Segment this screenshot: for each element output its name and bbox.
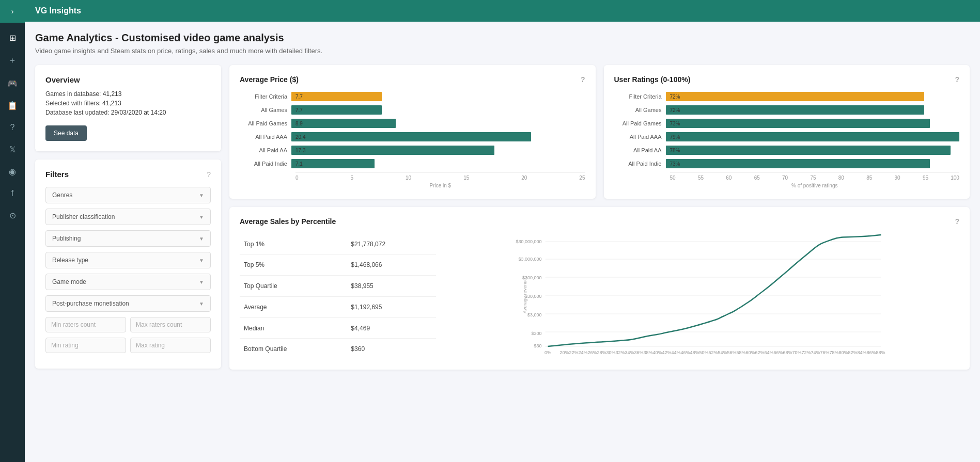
x-label-88: 88% bbox=[876, 350, 885, 355]
y-label-30m: $30,000,000 bbox=[516, 239, 541, 244]
rating-label-filter-criteria: Filter Criteria bbox=[614, 93, 666, 100]
filter-publishing[interactable]: Publishing ▼ bbox=[45, 230, 211, 247]
bar-row-all-paid-aa: All Paid AA 17.3 bbox=[240, 146, 585, 155]
bar-label-all-paid-aa: All Paid AA bbox=[240, 147, 291, 153]
sales-label-top1: Top 1% bbox=[240, 234, 347, 254]
rating-row-all-paid-games: All Paid Games 73% bbox=[614, 119, 960, 128]
sidebar-item-facebook[interactable]: f bbox=[0, 183, 25, 204]
bar-filter-criteria: 7.7 bbox=[291, 92, 382, 101]
sales-value-top5: $1,468,066 bbox=[347, 254, 436, 276]
overview-title: Overview bbox=[45, 75, 211, 84]
rating-row-all-paid-aaa: All Paid AAA 79% bbox=[614, 132, 960, 141]
top-charts-row: Average Price ($) ? Filter Criteria 7.7 bbox=[229, 65, 970, 199]
bar-label-filter-criteria: Filter Criteria bbox=[240, 93, 291, 100]
sidebar-item-add[interactable]: ＋ bbox=[0, 49, 25, 72]
sidebar-item-question[interactable]: ? bbox=[0, 117, 25, 138]
max-rating-input[interactable] bbox=[130, 338, 211, 353]
sales-value-top-quartile: $38,955 bbox=[347, 276, 436, 297]
sidebar-item-document[interactable]: 📋 bbox=[0, 94, 25, 117]
x-label-56: 56% bbox=[727, 350, 736, 355]
rating-container-all-games: 72% bbox=[666, 105, 960, 115]
sales-table: Top 1% $21,778,072 Top 5% $1,468,066 Top… bbox=[240, 234, 436, 359]
x-label-46: 46% bbox=[680, 350, 690, 355]
price-axis-title: Price in $ bbox=[295, 183, 585, 188]
rating-value-all-paid-games: 73% bbox=[670, 121, 680, 126]
rating-row bbox=[45, 338, 211, 353]
x-label-40: 40% bbox=[652, 350, 662, 355]
filter-post-purchase-label: Post-purchase monetisation bbox=[52, 300, 129, 307]
bar-value-all-paid-games: 8.9 bbox=[295, 121, 303, 126]
sidebar-item-discord[interactable]: ◉ bbox=[0, 161, 25, 183]
x-label-72: 72% bbox=[801, 350, 811, 355]
filter-game-mode-label: Game mode bbox=[52, 278, 86, 285]
bar-row-all-games: All Games 7.7 bbox=[240, 105, 585, 115]
sidebar-item-rss[interactable]: ⊙ bbox=[0, 204, 25, 227]
bar-label-all-paid-aaa: All Paid AAA bbox=[240, 134, 291, 140]
x-label-60: 60% bbox=[745, 350, 755, 355]
sidebar-item-briefcase[interactable]: 🎮 bbox=[0, 72, 25, 94]
min-raters-input[interactable] bbox=[45, 317, 126, 332]
left-panel: Overview Games in database: 41,213 Selec… bbox=[35, 65, 221, 370]
filter-post-purchase-arrow: ▼ bbox=[199, 301, 204, 307]
overview-card: Overview Games in database: 41,213 Selec… bbox=[35, 65, 221, 151]
avg-price-bar-chart: Filter Criteria 7.7 All Games bbox=[240, 92, 585, 188]
sales-row-top1: Top 1% $21,778,072 bbox=[240, 234, 436, 254]
rating-bar-all-games: 72% bbox=[666, 105, 924, 115]
x-label-22: 22% bbox=[569, 350, 578, 355]
x-label-58: 58% bbox=[736, 350, 745, 355]
x-label-70: 70% bbox=[792, 350, 801, 355]
filters-help-icon[interactable]: ? bbox=[207, 170, 211, 179]
user-ratings-help-icon[interactable]: ? bbox=[955, 75, 959, 84]
user-ratings-title: User Ratings (0-100%) ? bbox=[614, 75, 960, 84]
rating-container-all-paid-indie: 73% bbox=[666, 159, 960, 168]
x-label-66: 66% bbox=[773, 350, 783, 355]
sidebar-item-twitter[interactable]: 𝕏 bbox=[0, 138, 25, 161]
rating-value-all-paid-indie: 73% bbox=[670, 161, 680, 167]
x-label-44: 44% bbox=[671, 350, 680, 355]
filter-publisher-classification[interactable]: Publisher classification ▼ bbox=[45, 209, 211, 225]
sales-value-average: $1,192,695 bbox=[347, 296, 436, 317]
filter-genres[interactable]: Genres ▼ bbox=[45, 187, 211, 203]
sidebar-expand[interactable]: › bbox=[0, 0, 25, 23]
x-label-68: 68% bbox=[783, 350, 792, 355]
x-label-34: 34% bbox=[625, 350, 634, 355]
max-raters-input[interactable] bbox=[130, 317, 211, 332]
x-label-26: 26% bbox=[587, 350, 597, 355]
expand-icon: › bbox=[11, 7, 14, 15]
ratings-axis: 50 55 60 65 70 75 80 85 90 95 100 bbox=[670, 172, 960, 181]
avg-price-help-icon[interactable]: ? bbox=[581, 75, 585, 84]
filter-game-mode-arrow: ▼ bbox=[199, 279, 204, 285]
rating-bar-all-paid-games: 73% bbox=[666, 119, 930, 128]
bar-row-filter-criteria: Filter Criteria 7.7 bbox=[240, 92, 585, 101]
filter-publisher-arrow: ▼ bbox=[199, 214, 204, 220]
avg-sales-title-text: Average Sales by Percentile bbox=[240, 217, 336, 226]
x-label-24: 24% bbox=[578, 350, 587, 355]
filter-post-purchase[interactable]: Post-purchase monetisation ▼ bbox=[45, 295, 211, 312]
avg-sales-help-icon[interactable]: ? bbox=[955, 217, 959, 226]
rating-label-all-paid-aaa: All Paid AAA bbox=[614, 134, 666, 140]
line-chart-area: $30,000,000 $3,000,000 $300,000 $30,000 … bbox=[446, 234, 959, 359]
bar-row-all-paid-aaa: All Paid AAA 20.4 bbox=[240, 132, 585, 141]
x-label-62: 62% bbox=[755, 350, 764, 355]
rating-row-all-games: All Games 72% bbox=[614, 105, 960, 115]
filter-release-type[interactable]: Release type ▼ bbox=[45, 252, 211, 268]
bar-row-all-paid-games: All Paid Games 8.9 bbox=[240, 119, 585, 128]
y-label-3m: $3,000,000 bbox=[518, 257, 541, 262]
x-label-84: 84% bbox=[857, 350, 866, 355]
filter-release-label: Release type bbox=[52, 257, 88, 264]
avg-sales-chart-card: Average Sales by Percentile ? Top 1% $21… bbox=[229, 207, 970, 370]
filter-publishing-arrow: ▼ bbox=[199, 236, 204, 242]
sidebar-item-grid[interactable]: ⊞ bbox=[0, 27, 25, 49]
sales-label-median: Median bbox=[240, 317, 347, 339]
see-data-button[interactable]: See data bbox=[45, 125, 87, 141]
page-content: Game Analytics - Customised video game a… bbox=[25, 22, 980, 462]
sales-row-average: Average $1,192,695 bbox=[240, 296, 436, 317]
min-rating-input[interactable] bbox=[45, 338, 126, 353]
filter-game-mode[interactable]: Game mode ▼ bbox=[45, 274, 211, 290]
page-subtitle: Video game insights and Steam stats on p… bbox=[35, 47, 970, 55]
sales-row-median: Median $4,469 bbox=[240, 317, 436, 339]
x-label-74: 74% bbox=[811, 350, 820, 355]
bar-container-all-games: 7.7 bbox=[291, 105, 585, 115]
bar-container-all-paid-indie: 7.1 bbox=[291, 159, 585, 168]
x-label-76: 76% bbox=[820, 350, 829, 355]
